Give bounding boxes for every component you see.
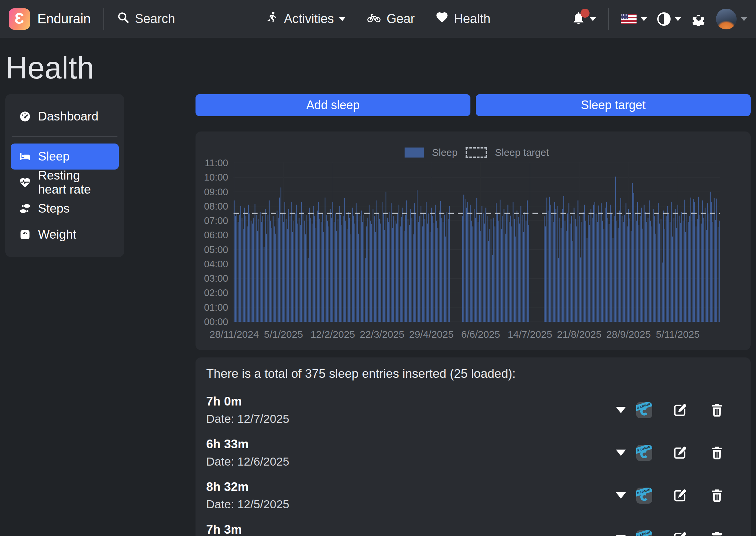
svg-text:5/11/2025: 5/11/2025 <box>656 329 700 340</box>
gear-icon <box>691 11 706 27</box>
search-button[interactable]: Search <box>117 11 175 27</box>
svg-text:14/7/2025: 14/7/2025 <box>508 329 552 340</box>
theme-half-circle-icon <box>657 12 671 26</box>
caret-down-icon[interactable] <box>616 407 626 413</box>
chart-legend: SleepSleep target <box>405 147 549 158</box>
svg-text:11:00: 11:00 <box>205 158 228 168</box>
entry-info: 7h 3m Date: 12/4/2025 <box>206 523 289 536</box>
entry-actions: GARMIN. <box>616 530 725 536</box>
svg-text:12/2/2025: 12/2/2025 <box>311 329 355 340</box>
legend-swatch-dashed[interactable] <box>465 147 487 158</box>
trash-icon[interactable] <box>709 488 725 503</box>
sidebar-item-weight[interactable]: Weight <box>11 222 119 248</box>
caret-down-icon[interactable] <box>616 492 626 499</box>
sidebar-item-sleep[interactable]: Sleep <box>11 144 119 170</box>
add-sleep-button[interactable]: Add sleep <box>196 94 470 116</box>
chevron-down-icon <box>641 17 647 21</box>
entry-info: 7h 0m Date: 12/7/2025 <box>206 394 289 426</box>
nav-item-health[interactable]: Health <box>435 11 490 27</box>
entry-date: Date: 12/6/2025 <box>206 455 289 469</box>
entry-duration: 7h 0m <box>206 394 289 409</box>
edit-icon[interactable] <box>672 488 688 503</box>
entry-date: Date: 12/7/2025 <box>206 412 289 426</box>
heart-pulse-icon <box>19 176 31 189</box>
nav-item-gear[interactable]: Gear <box>366 11 415 27</box>
sleep-entries-panel: There is a total of 375 sleep entries in… <box>196 357 751 536</box>
sidebar-divider <box>12 136 117 137</box>
notifications-menu[interactable] <box>572 11 596 27</box>
svg-text:06:00: 06:00 <box>204 230 228 240</box>
brand[interactable]: Ɛ Endurain <box>9 8 91 30</box>
edit-icon[interactable] <box>672 531 688 536</box>
heart-icon <box>435 11 449 27</box>
language-menu[interactable] <box>621 14 647 24</box>
sleep-chart-card: 00:0001:0002:0003:0004:0005:0006:0007:00… <box>196 131 751 350</box>
theme-menu[interactable] <box>657 12 681 26</box>
main-menu: ActivitiesGearHealth <box>266 0 490 38</box>
svg-text:5/1/2025: 5/1/2025 <box>264 329 303 340</box>
entry-duration: 8h 32m <box>206 480 289 494</box>
navbar-divider <box>608 8 609 30</box>
sidebar-item-resting-heart-rate[interactable]: Resting heart rate <box>11 170 119 196</box>
svg-text:02:00: 02:00 <box>204 287 228 298</box>
nav-item-label: Activities <box>284 12 334 26</box>
settings-menu[interactable] <box>691 11 706 27</box>
garmin-connect-icon: GARMIN. <box>636 445 652 461</box>
sleep-entry-row: 7h 3m Date: 12/4/2025 GARMIN. <box>196 517 751 536</box>
trash-icon[interactable] <box>709 531 725 536</box>
entry-actions: GARMIN. <box>616 445 725 461</box>
edit-icon[interactable] <box>672 445 688 461</box>
entry-info: 6h 33m Date: 12/6/2025 <box>206 437 289 469</box>
sleep-bars <box>234 177 720 322</box>
entries-summary: There is a total of 375 sleep entries in… <box>196 367 751 381</box>
svg-text:22/3/2025: 22/3/2025 <box>360 329 404 340</box>
profile-menu[interactable] <box>716 9 747 29</box>
chevron-down-icon <box>339 17 346 21</box>
bell-icon <box>572 21 586 26</box>
svg-text:29/4/2025: 29/4/2025 <box>409 329 453 340</box>
legend-label[interactable]: Sleep <box>432 147 458 158</box>
page-title: Health <box>5 52 756 84</box>
trash-icon[interactable] <box>709 403 725 418</box>
gauge-icon <box>19 110 31 123</box>
svg-text:07:00: 07:00 <box>204 215 228 226</box>
sleep-target-button[interactable]: Sleep target <box>476 94 751 116</box>
edit-icon[interactable] <box>672 403 688 418</box>
endurain-logo-icon: Ɛ <box>9 8 30 30</box>
chevron-down-icon <box>675 17 681 21</box>
us-flag-icon <box>621 14 637 24</box>
person-running-icon <box>266 11 279 27</box>
bicycle-icon <box>366 11 382 27</box>
garmin-connect-icon: GARMIN. <box>636 530 652 536</box>
legend-swatch-solid[interactable] <box>405 148 424 158</box>
entry-info: 8h 32m Date: 12/5/2025 <box>206 480 289 511</box>
entry-actions: GARMIN. <box>616 488 725 504</box>
bed-icon <box>19 150 31 163</box>
sidebar-item-label: Dashboard <box>38 109 98 123</box>
svg-text:10:00: 10:00 <box>204 172 228 183</box>
nav-item-label: Health <box>454 12 490 26</box>
svg-text:6/6/2025: 6/6/2025 <box>461 329 500 340</box>
svg-text:04:00: 04:00 <box>204 259 228 269</box>
trash-icon[interactable] <box>709 445 725 461</box>
main-column: Add sleep Sleep target 00:0001:0002:0003… <box>196 94 751 536</box>
sidebar-item-dashboard[interactable]: Dashboard <box>11 103 119 129</box>
entry-actions: GARMIN. <box>616 402 725 418</box>
svg-text:21/8/2025: 21/8/2025 <box>557 329 601 340</box>
caret-down-icon[interactable] <box>616 450 626 456</box>
legend-label[interactable]: Sleep target <box>495 147 549 158</box>
chevron-down-icon <box>741 17 747 21</box>
search-label: Search <box>135 12 175 26</box>
entry-date: Date: 12/5/2025 <box>206 497 289 511</box>
action-buttons-row: Add sleep Sleep target <box>196 94 751 116</box>
garmin-connect-icon: GARMIN. <box>636 488 652 504</box>
sleep-chart: 00:0001:0002:0003:0004:0005:0006:0007:00… <box>196 131 753 350</box>
sidebar-item-steps[interactable]: Steps <box>11 196 119 222</box>
svg-text:00:00: 00:00 <box>204 316 228 327</box>
weight-scale-icon <box>19 228 31 241</box>
svg-text:28/11/2024: 28/11/2024 <box>210 329 259 340</box>
nav-item-activities[interactable]: Activities <box>266 11 346 27</box>
nav-item-label: Gear <box>387 12 415 26</box>
sleep-entry-row: 7h 0m Date: 12/7/2025 GARMIN. <box>196 389 751 432</box>
sleep-entry-row: 8h 32m Date: 12/5/2025 GARMIN. <box>196 474 751 517</box>
